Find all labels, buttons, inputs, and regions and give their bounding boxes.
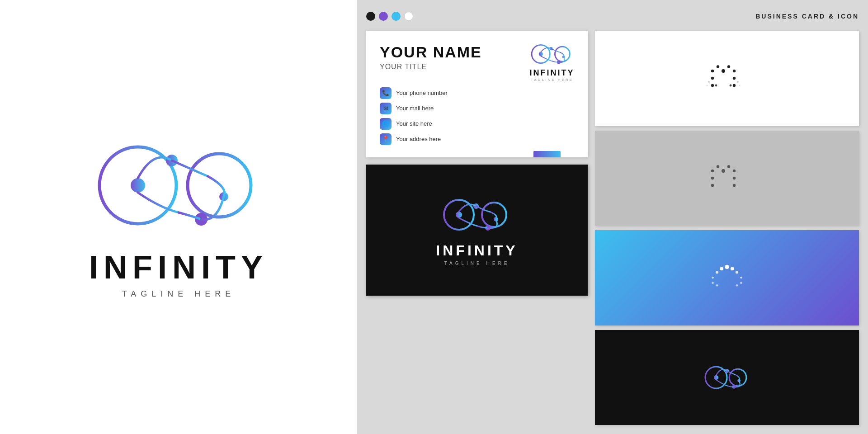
cards-column: YOUR NAME YOUR TITLE 📞 Your phone number…	[366, 31, 588, 425]
svg-point-26	[715, 85, 717, 87]
web-text: Your site here	[396, 120, 432, 127]
svg-point-54	[729, 369, 746, 386]
svg-point-25	[711, 84, 714, 87]
svg-point-28	[730, 85, 732, 87]
panel-title: BUSINESS CARD & ICON	[755, 13, 859, 20]
card-logo-brand: INFINITY	[530, 68, 575, 78]
contact-web: 🌐 Your site here	[380, 118, 574, 130]
svg-point-14	[456, 212, 462, 218]
svg-point-8	[539, 52, 543, 56]
brand-name: INFINITY	[89, 249, 268, 286]
svg-point-48	[740, 277, 742, 279]
svg-point-21	[727, 65, 730, 68]
card-accent-strip	[533, 151, 561, 157]
svg-point-18	[711, 70, 714, 72]
phone-icon: 📞	[380, 87, 392, 99]
dot-white	[404, 12, 413, 21]
svg-point-35	[722, 169, 725, 173]
phone-text: Your phone number	[396, 90, 448, 96]
svg-point-49	[712, 282, 714, 284]
svg-point-30	[737, 81, 739, 83]
svg-point-33	[711, 170, 714, 172]
svg-point-29	[708, 81, 710, 83]
top-bar: BUSINESS CARD & ICON	[366, 9, 859, 24]
svg-point-44	[720, 267, 723, 271]
svg-point-23	[711, 77, 714, 80]
svg-point-42	[712, 277, 714, 279]
main-logo	[84, 136, 274, 235]
side-preview-white	[595, 31, 859, 126]
svg-point-36	[727, 165, 730, 168]
color-swatches	[366, 12, 413, 21]
svg-point-50	[716, 284, 718, 287]
side-preview-gradient	[595, 230, 859, 326]
side-preview-gray	[595, 131, 859, 226]
svg-point-39	[733, 177, 736, 179]
side-preview-dark	[595, 330, 859, 425]
back-brand: INFINITY	[436, 242, 518, 259]
svg-point-20	[722, 69, 725, 73]
main-content: YOUR NAME YOUR TITLE 📞 Your phone number…	[366, 31, 859, 425]
svg-point-40	[711, 184, 714, 187]
tagline: TAGLINE HERE	[122, 289, 236, 299]
left-panel: INFINITY TAGLINE HERE	[0, 0, 357, 434]
contact-phone: 📞 Your phone number	[380, 87, 574, 99]
svg-point-55	[714, 375, 718, 380]
svg-point-37	[733, 170, 736, 172]
svg-point-38	[711, 177, 714, 179]
dot-purple	[379, 12, 388, 21]
svg-point-47	[736, 271, 738, 274]
mail-text: Your mail here	[396, 105, 434, 112]
svg-point-27	[733, 84, 736, 87]
svg-point-43	[716, 271, 718, 274]
svg-point-24	[733, 77, 736, 80]
card-logo-area: INFINITY TAGLINE HERE	[527, 42, 577, 82]
web-icon: 🌐	[380, 118, 392, 130]
svg-point-32	[739, 85, 740, 86]
right-panel: BUSINESS CARD & ICON YOUR NAME YOUR TITL…	[357, 0, 868, 434]
dot-dark	[366, 12, 375, 21]
location-icon: 📍	[380, 133, 392, 145]
card-contacts: 📞 Your phone number ✉ Your mail here 🌐 Y…	[380, 87, 574, 145]
svg-point-46	[731, 267, 734, 271]
side-column	[595, 31, 859, 425]
svg-point-19	[717, 65, 719, 68]
contact-address: 📍 Your addres here	[380, 133, 574, 145]
mail-icon: ✉	[380, 103, 392, 114]
svg-point-22	[733, 70, 736, 72]
business-card-front: YOUR NAME YOUR TITLE 📞 Your phone number…	[366, 31, 588, 157]
back-tagline: TAGLINE HERE	[444, 261, 510, 266]
svg-point-52	[736, 284, 738, 287]
svg-point-31	[706, 85, 708, 86]
card-logo-tagline: TAGLINE HERE	[531, 78, 573, 82]
contact-mail: ✉ Your mail here	[380, 103, 574, 114]
svg-point-45	[725, 265, 729, 269]
address-text: Your addres here	[396, 136, 441, 142]
business-card-back: INFINITY TAGLINE HERE	[366, 165, 588, 296]
svg-point-51	[740, 282, 742, 284]
svg-point-41	[733, 184, 736, 187]
dot-blue	[392, 12, 401, 21]
svg-point-2	[131, 178, 145, 193]
svg-point-34	[717, 165, 719, 168]
